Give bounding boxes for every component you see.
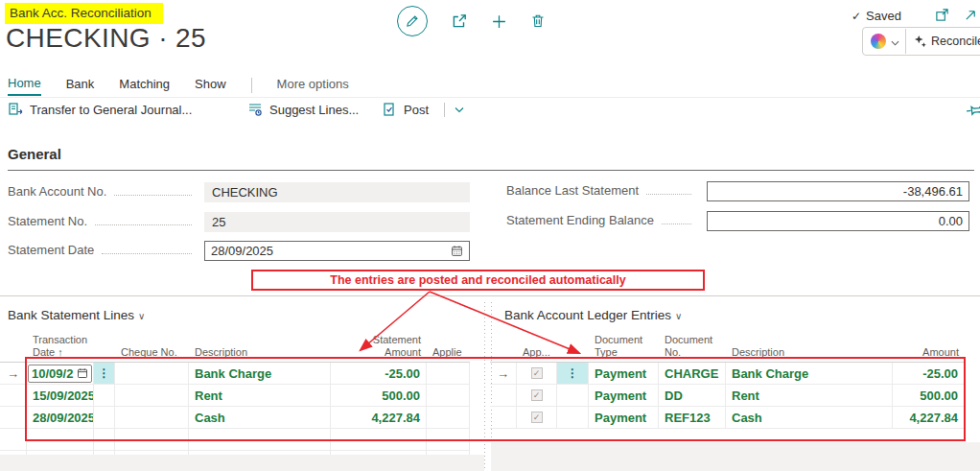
window-controls — [935, 8, 978, 22]
bank-statement-lines-title[interactable]: Bank Statement Lines ∨ — [8, 308, 145, 322]
cell-amount[interactable]: -25.00 — [893, 363, 965, 385]
column-header-statement-amount[interactable]: Statement Amount — [331, 330, 427, 363]
sort-ascending-icon: ↑ — [58, 346, 63, 358]
column-header-applied[interactable]: App... — [517, 330, 557, 363]
suggest-lines-button[interactable]: Suggest Lines... — [247, 102, 359, 117]
cell-transaction-date[interactable]: 10/09/2 — [27, 363, 94, 385]
cell-description[interactable]: Rent — [726, 385, 893, 407]
row-menu-cell[interactable]: ⋮ — [557, 363, 589, 385]
column-header-applied[interactable]: Applie — [427, 330, 470, 363]
cell-applied[interactable]: ✓ — [517, 407, 557, 429]
applied-checkbox[interactable]: ✓ — [531, 389, 543, 401]
bank-account-ledger-entries-grid: App... Document Type Document No. Descri… — [490, 330, 965, 429]
pane-separator — [484, 302, 485, 471]
tab-show[interactable]: Show — [195, 77, 226, 95]
post-icon — [382, 102, 397, 117]
cell-description[interactable]: Bank Charge — [189, 363, 331, 385]
column-header-transaction-date[interactable]: Transaction Date ↑ — [27, 330, 115, 363]
reconcile-button[interactable]: Reconcile — [931, 35, 980, 48]
cell-amount[interactable]: 4,227.84 — [893, 407, 965, 429]
column-header-document-type[interactable]: Document Type — [589, 330, 659, 363]
general-section-heading[interactable]: General — [8, 146, 61, 162]
pencil-icon — [406, 14, 419, 28]
cell-applied[interactable]: ✓ — [517, 385, 557, 407]
divider — [444, 103, 445, 117]
divider — [8, 170, 974, 171]
save-status-label: Saved — [866, 9, 901, 23]
cell-statement-amount[interactable]: 4,227.84 — [331, 407, 427, 429]
edit-button[interactable] — [397, 6, 428, 36]
tab-home[interactable]: Home — [8, 76, 41, 96]
cell-cheque-no[interactable] — [115, 407, 189, 429]
cell-cheque-no[interactable] — [115, 363, 189, 385]
transfer-to-general-journal-button[interactable]: Transfer to General Journal... — [8, 102, 192, 117]
applied-checkbox[interactable]: ✓ — [531, 412, 543, 423]
copilot-dropdown-button[interactable] — [891, 35, 899, 49]
divider — [251, 78, 252, 93]
bank-account-ledger-entries-title[interactable]: Bank Account Ledger Entries ∨ — [504, 308, 682, 322]
cell-applied[interactable] — [427, 385, 470, 407]
statement-date-field[interactable]: 28/09/2025 — [204, 241, 470, 261]
empty-row-cell — [27, 429, 94, 451]
divider — [0, 295, 980, 296]
column-header-amount[interactable]: Amount — [893, 330, 965, 363]
cell-description[interactable]: Rent — [189, 385, 331, 407]
column-header-cheque-no[interactable]: Cheque No. — [115, 330, 189, 363]
share-button[interactable] — [451, 12, 468, 30]
cell-cheque-no[interactable] — [115, 385, 189, 407]
cell-document-no[interactable]: REF123 — [659, 407, 726, 429]
tab-bank[interactable]: Bank — [66, 77, 95, 95]
row-menu-icon[interactable]: ⋮ — [557, 363, 588, 384]
balance-last-statement-field[interactable]: -38,496.61 — [707, 181, 969, 201]
copilot-split-button: Reconcile — [862, 27, 980, 56]
cell-description[interactable]: Bank Charge — [726, 363, 893, 385]
grid-footer-area — [0, 455, 484, 471]
copilot-icon[interactable] — [871, 34, 886, 49]
action-bar: Transfer to General Journal... Suggest L… — [0, 100, 980, 125]
suggest-label: Suggest Lines... — [269, 103, 359, 117]
row-menu-cell[interactable]: ⋮ — [94, 363, 115, 385]
cell-document-type[interactable]: Payment — [589, 385, 659, 407]
applied-checkbox[interactable]: ✓ — [531, 367, 543, 379]
calendar-icon[interactable] — [451, 245, 463, 257]
statement-date-label: Statement Date — [8, 243, 199, 257]
column-header-document-no[interactable]: Document No. — [659, 330, 726, 363]
statement-ending-balance-label: Statement Ending Balance — [506, 213, 699, 227]
statement-no-label: Statement No. — [8, 214, 199, 228]
cell-statement-amount[interactable]: -25.00 — [331, 363, 427, 385]
dotted-leader — [662, 224, 691, 224]
column-header-description[interactable]: Description — [189, 330, 331, 363]
journal-transfer-icon — [8, 102, 23, 117]
cell-applied[interactable] — [427, 363, 470, 385]
column-header-description[interactable]: Description — [726, 330, 893, 363]
focus-mode-icon[interactable] — [964, 8, 978, 22]
chevron-down-icon: ∨ — [138, 311, 145, 321]
cell-description[interactable]: Cash — [726, 407, 893, 429]
more-options-button[interactable]: More options — [277, 77, 349, 95]
cell-document-no[interactable]: DD — [659, 385, 726, 407]
cell-amount[interactable]: 500.00 — [893, 385, 965, 407]
record-actions — [397, 6, 546, 36]
cell-transaction-date[interactable]: 28/09/2025 — [27, 407, 94, 429]
new-button[interactable] — [491, 13, 507, 30]
post-button[interactable]: Post — [382, 102, 464, 117]
delete-button[interactable] — [530, 13, 546, 29]
open-in-new-window-icon[interactable] — [935, 8, 949, 22]
cell-applied[interactable]: ✓ — [517, 363, 557, 385]
cell-document-type[interactable]: Payment — [589, 363, 659, 385]
divider — [0, 97, 980, 98]
calendar-icon[interactable] — [77, 367, 88, 379]
bank-account-no-field: CHECKING — [204, 182, 470, 202]
cell-applied[interactable] — [427, 407, 470, 429]
post-dropdown-button[interactable] — [455, 106, 464, 113]
tab-matching[interactable]: Matching — [119, 77, 170, 95]
cell-document-no[interactable]: CHARGE — [659, 363, 726, 385]
cell-transaction-date[interactable]: 15/09/2025 — [27, 385, 94, 407]
statement-ending-balance-field[interactable]: 0.00 — [707, 211, 969, 231]
cell-document-type[interactable]: Payment — [589, 407, 659, 429]
cell-description[interactable]: Cash — [189, 407, 331, 429]
grid-footer-area — [491, 442, 980, 471]
statement-no-field: 25 — [204, 212, 470, 232]
row-menu-icon[interactable]: ⋮ — [94, 363, 114, 384]
cell-statement-amount[interactable]: 500.00 — [331, 385, 427, 407]
